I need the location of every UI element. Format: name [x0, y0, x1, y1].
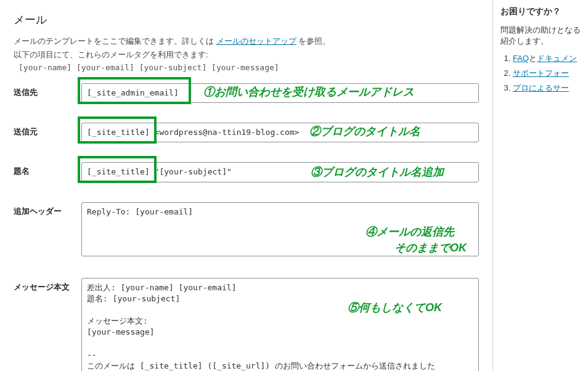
input-headers[interactable]: Reply-To: [your-email]: [81, 202, 479, 256]
label-body: メッセージ本文: [14, 278, 81, 293]
tagline-intro: 以下の項目にて、これらのメールタグを利用できます:: [14, 49, 479, 60]
help-item-3: プロによるサー: [513, 83, 581, 94]
label-to: 送信先: [14, 83, 81, 98]
mail-setup-link[interactable]: メールのセットアップ: [216, 36, 296, 46]
input-from[interactable]: [81, 123, 479, 142]
help-item-1: FAQとドキュメン: [513, 53, 581, 64]
row-from: 送信元 ②ブログのタイトル名: [14, 123, 479, 142]
label-from: 送信元: [14, 123, 81, 137]
row-to: 送信先 ①お問い合わせを受け取るメールアドレス: [14, 83, 479, 103]
input-body[interactable]: 差出人: [your-name] [your-email] 題名: [your-…: [81, 278, 479, 371]
help-sidebar: お困りですか？ 問題解決の助けとなる紹介します。 FAQとドキュメン サポートフ…: [492, 0, 588, 371]
row-headers: 追加ヘッダー Reply-To: [your-email] ④メールの返信先 そ…: [14, 202, 479, 258]
input-subject[interactable]: [81, 162, 479, 182]
row-body: メッセージ本文 差出人: [your-name] [your-email] 題名…: [14, 278, 479, 371]
input-to[interactable]: [81, 83, 479, 103]
available-tags: [your-name] [your-email] [your-subject] …: [14, 63, 479, 72]
docs-link[interactable]: ドキュメン: [537, 54, 577, 63]
faq-link[interactable]: FAQ: [513, 54, 529, 63]
label-subject: 題名: [14, 162, 81, 177]
label-headers: 追加ヘッダー: [14, 202, 81, 217]
support-forum-link[interactable]: サポートフォー: [513, 68, 569, 78]
section-title: メール: [14, 12, 479, 27]
help-item-2: サポートフォー: [513, 68, 581, 79]
row-subject: 題名 ③ブログのタイトル名追加: [14, 162, 479, 182]
intro-text: メールのテンプレートをここで編集できます。詳しくは メールのセットアップ を参照…: [14, 36, 479, 47]
help-title: お困りですか？: [500, 6, 581, 17]
mail-settings-panel: メール メールのテンプレートをここで編集できます。詳しくは メールのセットアップ…: [0, 0, 493, 371]
pro-support-link[interactable]: プロによるサー: [513, 83, 569, 92]
help-intro: 問題解決の助けとなる紹介します。: [500, 25, 581, 47]
